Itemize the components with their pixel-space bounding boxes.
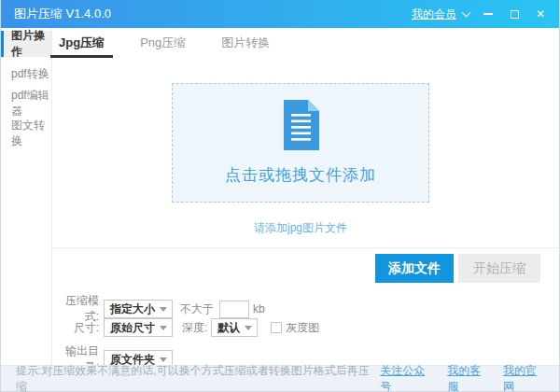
sidebar: 图片操作 pdf转换 pdf编辑器 图文转换: [1, 28, 52, 366]
start-compress-button[interactable]: 开始压缩: [458, 254, 540, 283]
close-button[interactable]: ✕: [529, 3, 552, 25]
tip-text: 提示:对压缩效果不满意的话,可以换个方式压缩或者转换图片格式后再压缩: [16, 363, 380, 392]
tab-image-convert[interactable]: 图片转换: [217, 28, 274, 58]
size-select[interactable]: 原始尺寸: [104, 318, 173, 337]
add-files-button[interactable]: 添加文件: [375, 254, 454, 283]
official-site-link[interactable]: 我的官网: [503, 363, 548, 392]
sidebar-item-pdf-convert[interactable]: pdf转换: [1, 61, 51, 87]
sidebar-item-img-text-convert[interactable]: 图文转换: [1, 120, 51, 147]
size-label: 尺寸:: [52, 320, 99, 336]
window-title: 图片压缩 V1.4.0.0: [14, 6, 111, 22]
follow-wechat-link[interactable]: 关注公众号: [380, 363, 436, 392]
depth-select[interactable]: 默认: [211, 318, 258, 337]
grayscale-checkbox[interactable]: [271, 322, 282, 333]
action-buttons: 添加文件 开始压缩: [375, 254, 540, 283]
size-value: 原始尺寸: [110, 320, 155, 336]
sidebar-item-label: 图文转换: [11, 118, 51, 149]
grayscale-label: 灰度图: [286, 320, 319, 336]
compress-mode-select[interactable]: 指定大小: [104, 300, 173, 318]
sidebar-item-label: pdf编辑器: [11, 88, 51, 119]
file-dropzone[interactable]: 点击或拖拽文件添加: [172, 83, 429, 203]
not-greater-label: 不大于: [180, 301, 214, 317]
size-depth-row: 尺寸: 原始尺寸 深度: 默认 灰度图: [52, 318, 319, 337]
compress-mode-value: 指定大小: [110, 301, 155, 317]
document-icon: [281, 100, 320, 150]
customer-service-link[interactable]: 我的客服: [447, 363, 492, 392]
app-window: 图片压缩 V1.4.0.0 我的会员 ✕ 图片操作 pdf转换 pdf编辑器 图…: [0, 0, 560, 392]
max-size-input[interactable]: [219, 301, 249, 318]
depth-label: 深度:: [182, 320, 207, 336]
section-divider: [52, 247, 559, 248]
tab-png-compress[interactable]: Png压缩: [135, 28, 190, 58]
chevron-down-icon: [245, 326, 252, 330]
titlebar: 图片压缩 V1.4.0.0 我的会员 ✕: [1, 0, 559, 28]
tab-jpg-compress[interactable]: Jpg压缩: [54, 28, 109, 58]
chevron-down-icon: [160, 307, 167, 312]
footer-links: 关注公众号 我的客服 我的官网: [380, 363, 548, 392]
titlebar-controls: 我的会员 ✕: [412, 3, 552, 25]
sidebar-item-image-ops[interactable]: 图片操作: [1, 31, 51, 57]
minimize-button[interactable]: [477, 3, 499, 25]
sidebar-item-label: 图片操作: [11, 28, 51, 60]
minimize-icon: [483, 13, 493, 15]
depth-value: 默认: [217, 320, 240, 336]
maximize-icon: [511, 10, 519, 19]
unit-label: kb: [253, 302, 265, 315]
chevron-down-icon: [160, 357, 167, 362]
dropzone-prompt: 点击或拖拽文件添加: [225, 164, 376, 186]
chevron-down-icon[interactable]: [462, 8, 471, 18]
chevron-down-icon: [160, 326, 167, 330]
upload-hint: 请添加jpg图片文件: [172, 220, 429, 236]
sidebar-item-pdf-editor[interactable]: pdf编辑器: [1, 91, 51, 117]
member-link[interactable]: 我的会员: [412, 7, 456, 22]
maximize-button[interactable]: [503, 3, 525, 25]
sidebar-item-label: pdf转换: [11, 66, 49, 82]
tab-bar: Jpg压缩 Png压缩 图片转换: [52, 28, 559, 58]
status-bar: 提示:对压缩效果不满意的话,可以换个方式压缩或者转换图片格式后再压缩 关注公众号…: [1, 365, 559, 391]
